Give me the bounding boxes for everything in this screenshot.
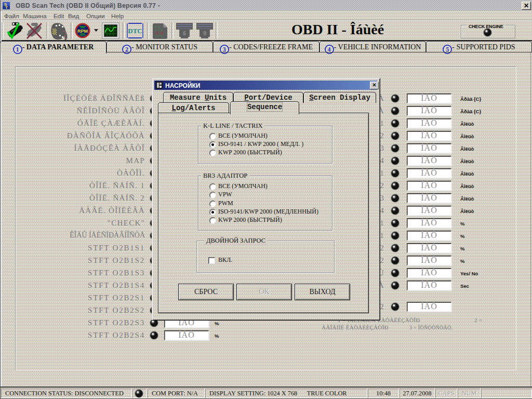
svg-text:DTC: DTC xyxy=(128,27,142,35)
svg-text:RPM: RPM xyxy=(77,29,88,34)
svg-text:6: 6 xyxy=(183,31,186,36)
svg-text:9: 9 xyxy=(203,31,206,36)
svg-text:T: T xyxy=(5,5,8,10)
